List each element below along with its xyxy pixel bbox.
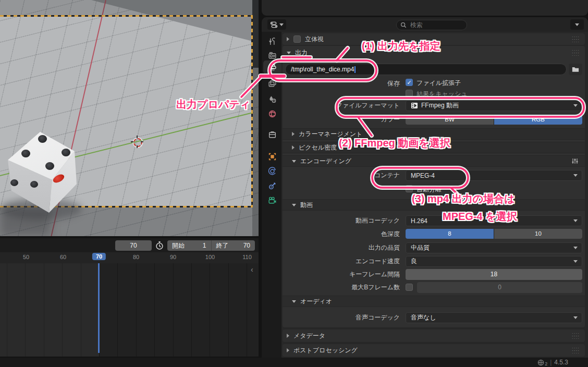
- folder-icon: [572, 66, 579, 72]
- stereoscopy-checkbox[interactable]: [293, 35, 301, 43]
- browse-folder-button[interactable]: [569, 64, 582, 75]
- max-b-frames-checkbox[interactable]: [406, 284, 413, 291]
- dice-object[interactable]: [5, 129, 78, 215]
- collection-icon: [268, 130, 277, 139]
- timeline-editor[interactable]: 70 開始 1 終了 70 50 60 70 80 9: [0, 238, 259, 357]
- render-properties-icon: [268, 51, 277, 60]
- current-frame-field[interactable]: 70: [115, 240, 152, 251]
- panel-drag-handle[interactable]: ::::::::: [572, 348, 580, 353]
- constraints-icon: [268, 181, 277, 190]
- container-label: コンテナ: [283, 171, 400, 179]
- pip: [21, 150, 30, 157]
- header-options-button[interactable]: [570, 19, 584, 30]
- color-mode-toggle: BW RGB: [406, 115, 582, 125]
- timeline-track[interactable]: ‹: [0, 263, 259, 357]
- encoding-speed-label: エンコード速度: [283, 257, 400, 265]
- file-extensions-checkbox[interactable]: [406, 79, 413, 86]
- stopwatch-icon[interactable]: [155, 241, 166, 251]
- metadata-label: メタデータ: [293, 332, 325, 340]
- region-collapse-arrow[interactable]: ‹: [251, 265, 253, 274]
- tab-physics[interactable]: [263, 164, 281, 178]
- filepath-value: /tmp\roll_the_dice.mp4: [291, 66, 354, 73]
- annotation-3-line1: (3) mp4 出力の場合は: [412, 192, 515, 206]
- depth-10-button[interactable]: 10: [494, 229, 582, 239]
- encoding-speed-value: 良: [411, 257, 417, 266]
- quality-dropdown[interactable]: 中品質: [406, 242, 582, 253]
- start-frame-field[interactable]: 開始 1: [167, 240, 211, 251]
- playhead[interactable]: [98, 263, 100, 353]
- presets-icon[interactable]: [571, 157, 579, 165]
- tab-world[interactable]: [263, 107, 281, 120]
- start-label: 開始: [172, 241, 185, 250]
- blender-version: 4.5.3: [554, 359, 568, 366]
- properties-header: [262, 17, 588, 32]
- divider: |: [550, 359, 552, 366]
- tab-collection[interactable]: [263, 128, 281, 141]
- text-cursor: [354, 66, 356, 73]
- tool-icon: [268, 37, 277, 46]
- start-value: 1: [203, 242, 206, 249]
- chevron-down-icon: [573, 247, 578, 249]
- timeline-header: 70 開始 1 終了 70: [0, 238, 259, 252]
- tab-output-active[interactable]: [263, 60, 281, 74]
- tab-constraints[interactable]: [263, 179, 281, 192]
- tab-object-data[interactable]: [263, 193, 281, 207]
- panel-postprocessing[interactable]: ポストプロセッシング ::::::::: [283, 344, 585, 357]
- camera-passepartout-top: [0, 0, 252, 16]
- depth-8-button[interactable]: 8: [406, 229, 494, 239]
- globe-count: 2: [545, 361, 547, 366]
- search-field[interactable]: [396, 20, 467, 30]
- audio-header[interactable]: オーディオ: [283, 296, 585, 307]
- properties-tab-strip: [262, 32, 281, 358]
- cache-result-checkbox[interactable]: [406, 90, 413, 97]
- camera-border-top: [0, 15, 252, 17]
- encoding-speed-dropdown[interactable]: 良: [406, 256, 582, 267]
- chevron-down-icon: [573, 104, 578, 107]
- output-filepath-field[interactable]: /tmp\roll_the_dice.mp4: [285, 64, 567, 75]
- pixel-density-label: ピクセル密度: [299, 143, 337, 152]
- keyframe-interval-slider[interactable]: 18: [406, 269, 582, 280]
- panel-drag-handle[interactable]: ::::::::: [572, 36, 580, 42]
- audio-codec-label: 音声コーデック: [283, 313, 400, 322]
- panel-metadata[interactable]: メタデータ ::::::::: [283, 329, 585, 342]
- encoding-label: エンコーディング: [300, 157, 351, 166]
- 3d-viewport[interactable]: [0, 0, 259, 236]
- properties-editor-icon: [270, 21, 278, 29]
- panel-drag-handle[interactable]: ::::::::: [572, 50, 580, 55]
- annotation-1: (1) 出力先を指定: [362, 39, 440, 53]
- tab-scene[interactable]: [263, 92, 281, 106]
- tab-view-layer[interactable]: [263, 77, 281, 90]
- chevron-down-icon: [573, 260, 578, 263]
- editor-type-button[interactable]: [267, 19, 286, 30]
- encoding-header[interactable]: エンコーディング: [283, 155, 585, 167]
- max-b-frames-field[interactable]: 0: [417, 282, 582, 293]
- search-input[interactable]: [409, 21, 453, 29]
- color-rgb-button[interactable]: RGB: [494, 115, 582, 125]
- ruler-tick: 100: [205, 254, 215, 260]
- video-codec-value: H.264: [411, 217, 427, 225]
- end-frame-field[interactable]: 終了 70: [211, 240, 255, 251]
- pip: [30, 181, 38, 188]
- 3d-cursor[interactable]: [132, 137, 142, 146]
- panel-drag-handle[interactable]: ::::::::: [572, 333, 580, 338]
- timeline-ruler[interactable]: 50 60 70 80 90 100 110: [0, 252, 259, 264]
- tab-object[interactable]: [263, 150, 281, 163]
- frame-range-group: 開始 1 終了 70: [167, 240, 255, 251]
- scene-properties-icon: [268, 95, 277, 104]
- file-format-dropdown[interactable]: FFmpeg 動画: [406, 100, 582, 111]
- color-depth-toggle: 8 10: [406, 229, 582, 239]
- panel-output: 出力 :::::::: /tmp\roll_the_dice.mp4 保存: [283, 46, 585, 327]
- annotation-2: (2) FFmpeg 動画を選択: [339, 136, 450, 150]
- tab-tool[interactable]: [263, 34, 281, 48]
- current-frame-badge[interactable]: 70: [92, 253, 106, 260]
- pip: [38, 135, 47, 143]
- camera-border-right: [251, 15, 253, 207]
- audio-codec-dropdown[interactable]: 音声なし: [406, 312, 582, 323]
- container-dropdown[interactable]: MPEG-4: [406, 170, 582, 181]
- annotation-output-properties: 出力プロパティ: [176, 97, 250, 112]
- expand-arrow-icon: [292, 145, 295, 150]
- autosplit-checkbox[interactable]: [406, 185, 413, 192]
- color-bw-button[interactable]: BW: [406, 115, 494, 125]
- blender-window: 70 開始 1 終了 70 50 60 70 80 9: [0, 0, 588, 367]
- output-panel-label: 出力: [295, 48, 308, 57]
